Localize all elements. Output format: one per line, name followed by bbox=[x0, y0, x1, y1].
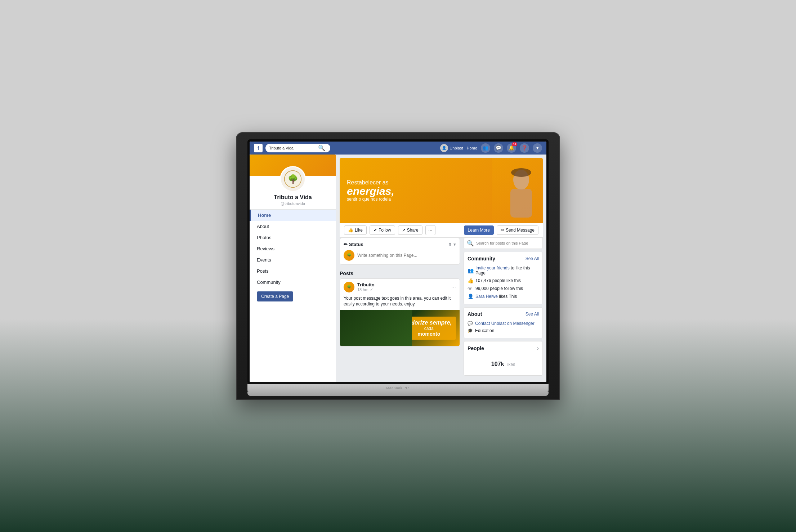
people-count: 107k bbox=[491, 358, 506, 368]
community-section: Community See All 👥 Invite your friends … bbox=[464, 252, 543, 304]
status-header: ✏ Status ⬆ ▾ bbox=[344, 242, 456, 247]
pencil-icon: ✏ bbox=[344, 242, 348, 247]
messenger-icon[interactable]: 💬 bbox=[494, 143, 503, 153]
status-box: ✏ Status ⬆ ▾ bbox=[340, 238, 460, 265]
education-label: Education bbox=[475, 328, 494, 333]
user-profile-nav[interactable]: 👤 Unblast bbox=[440, 144, 463, 152]
status-controls: ⬆ ▾ bbox=[448, 242, 456, 247]
community-invite: 👥 Invite your friends to like this Page bbox=[468, 264, 539, 277]
community-likes: 👍 107,476 people like this bbox=[468, 277, 539, 285]
likes-count: 107,476 people like this bbox=[475, 278, 521, 283]
user-avatar: 👤 bbox=[440, 144, 448, 152]
verified-icon: ✓ bbox=[370, 287, 373, 292]
status-more-icon[interactable]: ▾ bbox=[453, 242, 456, 247]
sidebar-item-photos[interactable]: Photos bbox=[250, 232, 336, 243]
nav-right: 👤 Unblast Home 👥 💬 🔔 14 ❓ ▾ bbox=[440, 143, 542, 153]
people-header: People › bbox=[468, 345, 539, 352]
sidebar-navigation: Home About Photos Reviews Events Posts C… bbox=[250, 209, 336, 288]
post-header: 🌳 Tribuito 18 hrs ✓ · bbox=[340, 279, 460, 295]
search-posts-box[interactable]: 🔍 bbox=[464, 238, 543, 249]
status-avatar: 🌳 bbox=[344, 250, 354, 261]
status-expand-icon[interactable]: ⬆ bbox=[448, 242, 452, 247]
post-author-name: Tribuito bbox=[357, 282, 448, 287]
fb-main-column: Restabelecer as energias, sentir o que n… bbox=[336, 155, 546, 382]
cover-line1: Restabelecer as bbox=[347, 179, 394, 186]
learn-more-button[interactable]: Learn More bbox=[464, 225, 494, 235]
post-meta: Tribuito 18 hrs ✓ bbox=[357, 282, 448, 292]
status-label: ✏ Status bbox=[344, 242, 363, 247]
about-messenger: 💬 Contact Unblast on Messenger bbox=[468, 320, 539, 327]
laptop-stand bbox=[247, 392, 549, 396]
like-button[interactable]: 👍 Like bbox=[344, 225, 367, 235]
community-section-header: Community See All bbox=[468, 256, 539, 261]
community-sara: 👤 Sara Helwe likes This bbox=[468, 292, 539, 300]
status-input-row: 🌳 bbox=[344, 250, 456, 261]
sidebar-item-home[interactable]: Home bbox=[250, 210, 336, 221]
followers-icon: 👁 bbox=[468, 286, 473, 291]
search-icon: 🔍 bbox=[318, 144, 325, 151]
community-followers: 👁 99,000 people follow this bbox=[468, 285, 539, 292]
share-button[interactable]: ↗ Share bbox=[398, 225, 422, 235]
people-count-row: 107k likes bbox=[468, 358, 539, 368]
messenger-small-icon: ✉ bbox=[501, 228, 504, 233]
laptop-frame: f 🔍 👤 Unblast Home 👥 💬 bbox=[236, 132, 560, 400]
facebook-logo-icon: f bbox=[254, 144, 263, 152]
facebook-topbar: f 🔍 👤 Unblast Home 👥 💬 bbox=[250, 142, 546, 155]
search-bar[interactable]: 🔍 bbox=[265, 144, 330, 152]
follow-button[interactable]: ✔ Follow bbox=[370, 225, 395, 235]
post-image-forest bbox=[340, 310, 412, 346]
sara-link[interactable]: Sara Helwe bbox=[475, 294, 498, 299]
sidebar-item-about[interactable]: About bbox=[250, 221, 336, 232]
people-chevron-icon[interactable]: › bbox=[537, 345, 539, 352]
post-card: 🌳 Tribuito 18 hrs ✓ · bbox=[340, 278, 460, 347]
like-icon: 👍 bbox=[348, 228, 353, 233]
about-see-all[interactable]: See All bbox=[526, 312, 539, 317]
about-education: 🎓 Education bbox=[468, 327, 539, 334]
about-section: About See All 💬 Contact Unblast on Messe… bbox=[464, 307, 543, 338]
post-overlay-line2: cada bbox=[406, 326, 452, 331]
create-page-button[interactable]: Create a Page bbox=[257, 291, 293, 301]
messenger-link[interactable]: Contact Unblast on Messenger bbox=[475, 321, 535, 326]
follow-icon: ✔ bbox=[374, 228, 377, 233]
notifications-icon[interactable]: 🔔 14 bbox=[507, 143, 516, 153]
search-input[interactable] bbox=[269, 146, 316, 150]
status-text-input[interactable] bbox=[357, 251, 456, 260]
laptop-base: MacBook Pro bbox=[247, 384, 549, 392]
search-posts-input[interactable] bbox=[476, 241, 540, 245]
more-options-button[interactable]: ··· bbox=[425, 225, 435, 235]
menu-chevron-icon[interactable]: ▾ bbox=[533, 143, 542, 153]
right-action-group: Learn More ✉ Send Message bbox=[464, 225, 538, 235]
about-section-header: About See All bbox=[468, 311, 539, 317]
education-icon: 🎓 bbox=[468, 328, 473, 333]
share-icon: ↗ bbox=[402, 228, 406, 233]
svg-point-4 bbox=[511, 168, 531, 177]
post-more-options[interactable]: ··· bbox=[451, 284, 456, 290]
page-name: Tributo a Vida bbox=[250, 192, 336, 201]
sidebar-item-posts[interactable]: Posts bbox=[250, 265, 336, 277]
post-overlay-line3: momento bbox=[406, 331, 452, 337]
posts-and-sidebar: ✏ Status ⬆ ▾ bbox=[340, 238, 543, 379]
community-see-all[interactable]: See All bbox=[526, 256, 539, 261]
about-title: About bbox=[468, 311, 482, 317]
main-content: 🌳 Tributo a Vida @tributoavida Home Abou… bbox=[250, 155, 546, 382]
cover-line3: sentir o que nos rodeia bbox=[347, 197, 394, 202]
sidebar-item-events[interactable]: Events bbox=[250, 254, 336, 265]
followers-count: 99,000 people follow this bbox=[475, 286, 523, 291]
user-name: Unblast bbox=[450, 146, 463, 150]
likes-icon: 👍 bbox=[468, 278, 473, 283]
help-icon[interactable]: ❓ bbox=[520, 143, 529, 153]
people-stats: 107k likes bbox=[468, 354, 539, 372]
posts-column: ✏ Status ⬆ ▾ bbox=[340, 238, 460, 379]
send-message-button[interactable]: ✉ Send Message bbox=[497, 225, 538, 235]
invite-icon: 👥 bbox=[468, 268, 473, 273]
svg-text:🌳: 🌳 bbox=[288, 174, 299, 184]
post-overlay-line1: Valorize sempre, bbox=[406, 319, 452, 326]
cover-line2: energias, bbox=[347, 186, 394, 197]
sidebar-item-reviews[interactable]: Reviews bbox=[250, 243, 336, 254]
screen: f 🔍 👤 Unblast Home 👥 💬 bbox=[250, 142, 546, 382]
invite-link[interactable]: Invite your friends bbox=[475, 265, 510, 271]
sidebar-item-community[interactable]: Community bbox=[250, 277, 336, 288]
page-action-bar: 👍 Like ✔ Follow ↗ Share ··· bbox=[340, 223, 543, 238]
friends-icon[interactable]: 👥 bbox=[481, 143, 490, 153]
home-nav-link[interactable]: Home bbox=[467, 146, 477, 150]
